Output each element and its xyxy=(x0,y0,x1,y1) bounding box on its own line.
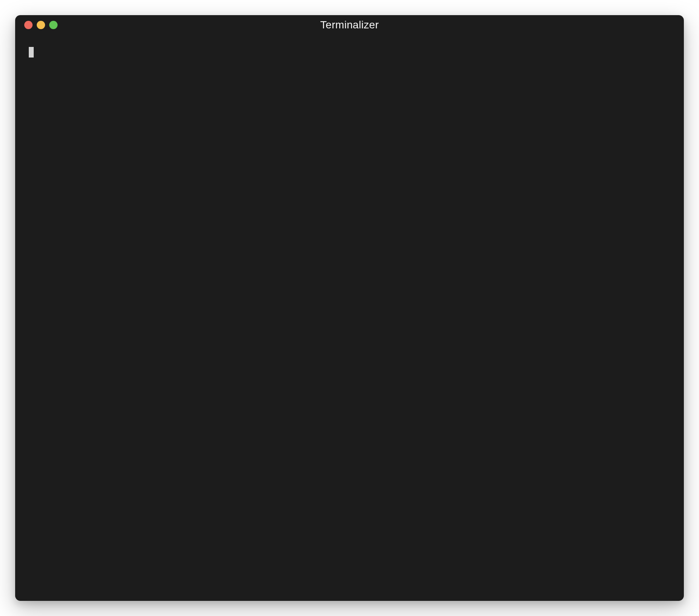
terminal-line xyxy=(29,47,670,58)
traffic-lights xyxy=(24,21,58,29)
cursor-icon xyxy=(29,47,34,58)
terminal-window: Terminalizer xyxy=(15,15,684,601)
minimize-button[interactable] xyxy=(37,21,45,29)
close-button[interactable] xyxy=(24,21,33,29)
window-title: Terminalizer xyxy=(320,19,379,31)
maximize-button[interactable] xyxy=(49,21,58,29)
title-bar: Terminalizer xyxy=(15,15,684,35)
terminal-body[interactable] xyxy=(15,35,684,601)
